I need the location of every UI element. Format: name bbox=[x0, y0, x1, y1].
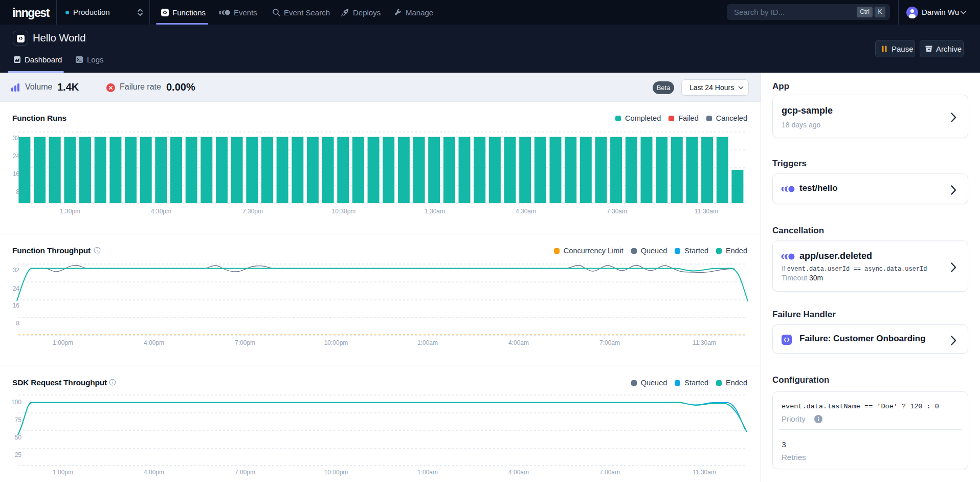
svg-text:8: 8 bbox=[16, 320, 19, 327]
svg-text:32: 32 bbox=[13, 135, 20, 142]
svg-text:1:00pm: 1:00pm bbox=[53, 339, 73, 346]
svg-text:32: 32 bbox=[13, 267, 20, 274]
svg-text:16: 16 bbox=[13, 302, 20, 309]
svg-text:7:30am: 7:30am bbox=[607, 208, 627, 215]
svg-text:11:30am: 11:30am bbox=[693, 339, 716, 346]
svg-text:10:00pm: 10:00pm bbox=[324, 469, 348, 476]
svg-text:1:30pm: 1:30pm bbox=[60, 208, 80, 215]
svg-text:7:00am: 7:00am bbox=[599, 469, 620, 476]
svg-text:24: 24 bbox=[13, 152, 20, 160]
svg-text:8: 8 bbox=[16, 188, 19, 195]
svg-text:50: 50 bbox=[15, 434, 22, 441]
svg-text:1:30am: 1:30am bbox=[425, 208, 445, 215]
svg-text:4:30am: 4:30am bbox=[516, 208, 536, 215]
svg-text:1:00am: 1:00am bbox=[417, 469, 438, 476]
svg-text:1:00am: 1:00am bbox=[417, 339, 438, 346]
svg-text:24: 24 bbox=[13, 285, 20, 292]
svg-text:1:00pm: 1:00pm bbox=[53, 469, 73, 476]
svg-text:4:00am: 4:00am bbox=[508, 339, 529, 346]
svg-text:4:00am: 4:00am bbox=[508, 469, 529, 476]
svg-text:75: 75 bbox=[15, 417, 22, 424]
svg-text:7:00pm: 7:00pm bbox=[235, 339, 255, 346]
svg-text:16: 16 bbox=[13, 170, 20, 178]
svg-text:7:00am: 7:00am bbox=[599, 339, 620, 346]
svg-text:7:30pm: 7:30pm bbox=[242, 208, 263, 215]
svg-text:11:30am: 11:30am bbox=[695, 208, 718, 215]
svg-text:10:00pm: 10:00pm bbox=[324, 339, 348, 346]
svg-text:4:00pm: 4:00pm bbox=[144, 469, 164, 476]
svg-text:100: 100 bbox=[11, 399, 21, 406]
svg-text:10:30pm: 10:30pm bbox=[332, 208, 356, 215]
svg-text:4:30pm: 4:30pm bbox=[151, 208, 171, 215]
svg-text:4:00pm: 4:00pm bbox=[144, 339, 164, 346]
svg-text:11:30am: 11:30am bbox=[693, 469, 716, 476]
svg-text:25: 25 bbox=[15, 451, 22, 458]
svg-text:7:00pm: 7:00pm bbox=[235, 469, 255, 476]
